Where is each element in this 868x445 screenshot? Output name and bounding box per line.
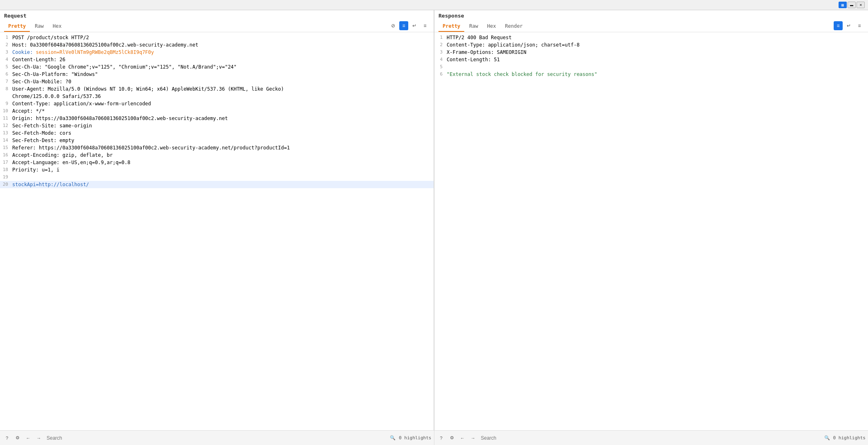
response-back-icon[interactable]: ← bbox=[458, 434, 467, 443]
request-search-icon[interactable]: 🔍 bbox=[388, 434, 397, 443]
request-back-icon[interactable]: ← bbox=[24, 434, 33, 443]
request-tabs: Pretty Raw Hex ⊘ ≡ ↵ ≡ bbox=[4, 21, 430, 32]
response-tabs: Pretty Raw Hex Render ≡ ↵ ≡ bbox=[438, 21, 864, 32]
bottom-bar: ? ⚙ ← → 🔍 0 highlights ? ⚙ ← → 🔍 0 highl… bbox=[0, 430, 868, 445]
top-bar: ▦ ▬ ✕ bbox=[0, 0, 868, 10]
wrap-icon[interactable]: ↵ bbox=[410, 21, 419, 30]
response-panel: Response Pretty Raw Hex Render ≡ ↵ ≡ bbox=[434, 10, 868, 430]
inspector-icon[interactable]: ≡ bbox=[399, 21, 408, 30]
response-bottom-section: ? ⚙ ← → 🔍 0 highlights bbox=[434, 431, 868, 445]
response-settings-icon[interactable]: ⚙ bbox=[447, 434, 456, 443]
response-inspector-icon[interactable]: ≡ bbox=[834, 21, 843, 30]
request-search-input[interactable] bbox=[45, 434, 387, 442]
request-line-20: 20 stockApi=http://localhost/ bbox=[0, 181, 434, 188]
request-highlights-badge: 0 highlights bbox=[399, 435, 431, 441]
request-line-1: 1 POST /product/stock HTTP/2 bbox=[0, 34, 434, 41]
request-panel-header: Request Pretty Raw Hex ⊘ ≡ ↵ ≡ bbox=[0, 10, 434, 32]
request-bottom-section: ? ⚙ ← → 🔍 0 highlights bbox=[0, 431, 434, 445]
request-line-18: 18 Priority: u=1, i bbox=[0, 166, 434, 174]
request-line-8a: 8 User-Agent: Mozilla/5.0 (Windows NT 10… bbox=[0, 85, 434, 93]
request-line-11: 11 Origin: https://0a3300f6048a706081360… bbox=[0, 115, 434, 122]
response-tab-icons: ≡ ↵ ≡ bbox=[834, 21, 864, 32]
response-search-input[interactable] bbox=[479, 434, 821, 442]
response-content: 1 HTTP/2 400 Bad Request 2 Content-Type:… bbox=[434, 32, 868, 430]
request-line-5: 5 Sec-Ch-Ua: "Google Chrome";v="125", "C… bbox=[0, 63, 434, 71]
request-content: 1 POST /product/stock HTTP/2 2 Host: 0a3… bbox=[0, 32, 434, 430]
request-line-17: 17 Accept-Language: en-US,en;q=0.9,ar;q=… bbox=[0, 159, 434, 166]
request-line-7: 7 Sec-Ch-Ua-Mobile: ?0 bbox=[0, 78, 434, 85]
request-line-9: 9 Content-Type: application/x-www-form-u… bbox=[0, 100, 434, 107]
request-settings-icon[interactable]: ⚙ bbox=[13, 434, 22, 443]
request-line-16: 16 Accept-Encoding: gzip, deflate, br bbox=[0, 151, 434, 159]
menu-icon[interactable]: ≡ bbox=[421, 21, 430, 30]
layout-close-button[interactable]: ✕ bbox=[857, 2, 865, 8]
response-title: Response bbox=[438, 13, 864, 21]
response-line-2: 2 Content-Type: application/json; charse… bbox=[434, 41, 868, 49]
response-forward-icon[interactable]: → bbox=[469, 434, 478, 443]
layout-grid-button[interactable]: ▦ bbox=[839, 2, 847, 8]
request-forward-icon[interactable]: → bbox=[34, 434, 43, 443]
response-line-3: 3 X-Frame-Options: SAMEORIGIN bbox=[434, 49, 868, 56]
response-wrap-icon[interactable]: ↵ bbox=[844, 21, 853, 30]
request-tab-raw[interactable]: Raw bbox=[31, 21, 48, 32]
request-tab-icons: ⊘ ≡ ↵ ≡ bbox=[389, 21, 430, 32]
request-line-15: 15 Referer: https://0a3300f6048a70608136… bbox=[0, 144, 434, 151]
request-tab-pretty[interactable]: Pretty bbox=[4, 21, 30, 32]
request-line-4: 4 Content-Length: 26 bbox=[0, 56, 434, 63]
response-menu-icon[interactable]: ≡ bbox=[855, 21, 864, 30]
eye-off-icon[interactable]: ⊘ bbox=[389, 21, 398, 30]
request-line-2: 2 Host: 0a3300f6048a70608136025100af00c2… bbox=[0, 41, 434, 49]
request-tab-hex[interactable]: Hex bbox=[49, 21, 66, 32]
response-panel-header: Response Pretty Raw Hex Render ≡ ↵ ≡ bbox=[434, 10, 868, 32]
response-tab-render[interactable]: Render bbox=[501, 21, 527, 32]
request-line-13: 13 Sec-Fetch-Mode: cors bbox=[0, 129, 434, 137]
request-line-6: 6 Sec-Ch-Ua-Platform: "Windows" bbox=[0, 71, 434, 78]
response-line-1: 1 HTTP/2 400 Bad Request bbox=[434, 34, 868, 41]
request-panel: Request Pretty Raw Hex ⊘ ≡ ↵ ≡ bbox=[0, 10, 434, 430]
response-line-4: 4 Content-Length: 51 bbox=[434, 56, 868, 63]
request-line-8b: Chrome/125.0.0.0 Safari/537.36 bbox=[0, 93, 434, 100]
request-title: Request bbox=[4, 13, 430, 21]
response-highlights-badge: 0 highlights bbox=[833, 435, 866, 441]
response-tab-hex[interactable]: Hex bbox=[483, 21, 500, 32]
response-help-icon[interactable]: ? bbox=[437, 434, 446, 443]
response-tab-pretty[interactable]: Pretty bbox=[438, 21, 464, 32]
response-line-6: 6 "External stock check blocked for secu… bbox=[434, 71, 868, 78]
response-tab-raw[interactable]: Raw bbox=[465, 21, 482, 32]
request-help-icon[interactable]: ? bbox=[2, 434, 11, 443]
request-line-19: 19 bbox=[0, 174, 434, 181]
layout-list-button[interactable]: ▬ bbox=[848, 2, 856, 8]
response-search-icon[interactable]: 🔍 bbox=[823, 434, 832, 443]
request-line-14: 14 Sec-Fetch-Dest: empty bbox=[0, 137, 434, 144]
request-line-3: 3 Cookie: session=RlVe0lNTm9gRWBe2qBMz5l… bbox=[0, 49, 434, 56]
request-line-12: 12 Sec-Fetch-Site: same-origin bbox=[0, 122, 434, 129]
request-line-10: 10 Accept: */* bbox=[0, 107, 434, 115]
response-line-5: 5 bbox=[434, 63, 868, 71]
